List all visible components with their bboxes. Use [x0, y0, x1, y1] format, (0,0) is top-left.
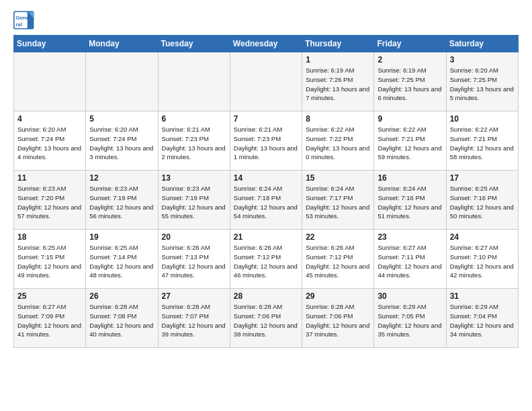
day-info: Sunrise: 6:20 AMSunset: 7:24 PMDaylight:…: [17, 125, 82, 162]
day-info: Sunrise: 6:20 AMSunset: 7:24 PMDaylight:…: [89, 125, 154, 162]
day-number: 12: [89, 173, 154, 183]
day-number: 24: [450, 232, 515, 242]
day-number: 4: [17, 114, 82, 124]
day-cell: 11Sunrise: 6:23 AMSunset: 7:20 PMDayligh…: [14, 171, 86, 230]
day-cell: 16Sunrise: 6:24 AMSunset: 7:16 PMDayligh…: [374, 171, 446, 230]
logo: Gene- ral: [13, 11, 38, 30]
week-row-5: 25Sunrise: 6:27 AMSunset: 7:09 PMDayligh…: [14, 289, 519, 348]
day-number: 13: [162, 173, 226, 183]
day-cell: 19Sunrise: 6:25 AMSunset: 7:14 PMDayligh…: [86, 230, 158, 289]
day-cell: 29Sunrise: 6:28 AMSunset: 7:06 PMDayligh…: [302, 289, 374, 348]
day-cell: 14Sunrise: 6:24 AMSunset: 7:18 PMDayligh…: [230, 171, 302, 230]
calendar-body: 1Sunrise: 6:19 AMSunset: 7:26 PMDaylight…: [14, 52, 519, 348]
header-day-friday: Friday: [374, 36, 446, 52]
day-cell: 28Sunrise: 6:28 AMSunset: 7:06 PMDayligh…: [230, 289, 302, 348]
day-info: Sunrise: 6:24 AMSunset: 7:18 PMDaylight:…: [234, 184, 298, 221]
calendar-table: SundayMondayTuesdayWednesdayThursdayFrid…: [13, 35, 519, 348]
day-cell: 6Sunrise: 6:21 AMSunset: 7:23 PMDaylight…: [158, 111, 230, 171]
day-cell: 23Sunrise: 6:27 AMSunset: 7:11 PMDayligh…: [374, 230, 446, 289]
header-day-thursday: Thursday: [302, 36, 374, 52]
header-row: SundayMondayTuesdayWednesdayThursdayFrid…: [14, 36, 519, 52]
day-info: Sunrise: 6:25 AMSunset: 7:14 PMDaylight:…: [89, 243, 154, 280]
day-number: 5: [89, 114, 154, 124]
day-number: 25: [17, 291, 82, 301]
day-info: Sunrise: 6:27 AMSunset: 7:11 PMDaylight:…: [378, 243, 442, 280]
day-number: 8: [306, 114, 370, 124]
day-number: 31: [450, 291, 515, 301]
day-number: 18: [17, 232, 82, 242]
day-number: 11: [17, 173, 82, 183]
day-cell: 30Sunrise: 6:29 AMSunset: 7:05 PMDayligh…: [374, 289, 446, 348]
day-cell: 21Sunrise: 6:26 AMSunset: 7:12 PMDayligh…: [230, 230, 302, 289]
day-info: Sunrise: 6:26 AMSunset: 7:13 PMDaylight:…: [162, 243, 226, 280]
day-info: Sunrise: 6:29 AMSunset: 7:05 PMDaylight:…: [378, 302, 442, 339]
day-cell: 31Sunrise: 6:29 AMSunset: 7:04 PMDayligh…: [446, 289, 518, 348]
header-day-sunday: Sunday: [14, 36, 86, 52]
day-number: 10: [450, 114, 515, 124]
svg-text:Gene-: Gene-: [15, 15, 31, 21]
day-cell: 24Sunrise: 6:27 AMSunset: 7:10 PMDayligh…: [446, 230, 518, 289]
day-cell: 2Sunrise: 6:19 AMSunset: 7:25 PMDaylight…: [374, 52, 446, 111]
day-cell: 20Sunrise: 6:26 AMSunset: 7:13 PMDayligh…: [158, 230, 230, 289]
day-info: Sunrise: 6:28 AMSunset: 7:07 PMDaylight:…: [162, 302, 226, 339]
day-info: Sunrise: 6:22 AMSunset: 7:21 PMDaylight:…: [450, 125, 515, 162]
day-number: 19: [89, 232, 154, 242]
day-cell: [230, 52, 302, 111]
day-info: Sunrise: 6:20 AMSunset: 7:25 PMDaylight:…: [450, 66, 515, 103]
day-cell: 3Sunrise: 6:20 AMSunset: 7:25 PMDaylight…: [446, 52, 518, 111]
day-cell: [86, 52, 158, 111]
day-info: Sunrise: 6:28 AMSunset: 7:08 PMDaylight:…: [89, 302, 154, 339]
day-number: 29: [306, 291, 370, 301]
day-cell: 13Sunrise: 6:23 AMSunset: 7:19 PMDayligh…: [158, 171, 230, 230]
day-number: 20: [162, 232, 226, 242]
day-info: Sunrise: 6:22 AMSunset: 7:22 PMDaylight:…: [306, 125, 370, 162]
day-number: 17: [450, 173, 515, 183]
day-info: Sunrise: 6:21 AMSunset: 7:23 PMDaylight:…: [162, 125, 226, 162]
day-cell: 1Sunrise: 6:19 AMSunset: 7:26 PMDaylight…: [302, 52, 374, 111]
day-cell: 25Sunrise: 6:27 AMSunset: 7:09 PMDayligh…: [14, 289, 86, 348]
day-number: 6: [162, 114, 226, 124]
week-row-4: 18Sunrise: 6:25 AMSunset: 7:15 PMDayligh…: [14, 230, 519, 289]
day-info: Sunrise: 6:19 AMSunset: 7:26 PMDaylight:…: [306, 66, 370, 103]
day-cell: 7Sunrise: 6:21 AMSunset: 7:23 PMDaylight…: [230, 111, 302, 171]
day-number: 2: [378, 55, 442, 64]
header-day-wednesday: Wednesday: [230, 36, 302, 52]
day-cell: 8Sunrise: 6:22 AMSunset: 7:22 PMDaylight…: [302, 111, 374, 171]
day-info: Sunrise: 6:25 AMSunset: 7:16 PMDaylight:…: [450, 184, 515, 221]
day-number: 3: [450, 55, 515, 64]
day-number: 27: [162, 291, 226, 301]
day-cell: [158, 52, 230, 111]
day-info: Sunrise: 6:22 AMSunset: 7:21 PMDaylight:…: [378, 125, 442, 162]
page: Gene- ral SundayMondayTuesdayWednesdayTh…: [0, 0, 532, 355]
day-number: 28: [234, 291, 298, 301]
header-day-tuesday: Tuesday: [158, 36, 230, 52]
day-number: 22: [306, 232, 370, 242]
day-info: Sunrise: 6:23 AMSunset: 7:20 PMDaylight:…: [17, 184, 82, 221]
day-number: 9: [378, 114, 442, 124]
svg-text:ral: ral: [15, 21, 22, 28]
day-cell: 18Sunrise: 6:25 AMSunset: 7:15 PMDayligh…: [14, 230, 86, 289]
calendar-header: SundayMondayTuesdayWednesdayThursdayFrid…: [14, 36, 519, 52]
day-info: Sunrise: 6:24 AMSunset: 7:16 PMDaylight:…: [378, 184, 442, 221]
day-number: 23: [378, 232, 442, 242]
logo-icon: Gene- ral: [13, 11, 35, 30]
day-cell: 5Sunrise: 6:20 AMSunset: 7:24 PMDaylight…: [86, 111, 158, 171]
header-day-saturday: Saturday: [446, 36, 518, 52]
header: Gene- ral: [13, 11, 519, 30]
week-row-1: 1Sunrise: 6:19 AMSunset: 7:26 PMDaylight…: [14, 52, 519, 111]
day-number: 21: [234, 232, 298, 242]
header-day-monday: Monday: [86, 36, 158, 52]
day-info: Sunrise: 6:27 AMSunset: 7:10 PMDaylight:…: [450, 243, 515, 280]
week-row-3: 11Sunrise: 6:23 AMSunset: 7:20 PMDayligh…: [14, 171, 519, 230]
day-cell: [14, 52, 86, 111]
day-number: 15: [306, 173, 370, 183]
day-info: Sunrise: 6:23 AMSunset: 7:19 PMDaylight:…: [89, 184, 154, 221]
day-cell: 22Sunrise: 6:26 AMSunset: 7:12 PMDayligh…: [302, 230, 374, 289]
week-row-2: 4Sunrise: 6:20 AMSunset: 7:24 PMDaylight…: [14, 111, 519, 171]
day-info: Sunrise: 6:26 AMSunset: 7:12 PMDaylight:…: [306, 243, 370, 280]
day-number: 7: [234, 114, 298, 124]
day-info: Sunrise: 6:28 AMSunset: 7:06 PMDaylight:…: [234, 302, 298, 339]
day-cell: 12Sunrise: 6:23 AMSunset: 7:19 PMDayligh…: [86, 171, 158, 230]
day-number: 14: [234, 173, 298, 183]
day-info: Sunrise: 6:23 AMSunset: 7:19 PMDaylight:…: [162, 184, 226, 221]
